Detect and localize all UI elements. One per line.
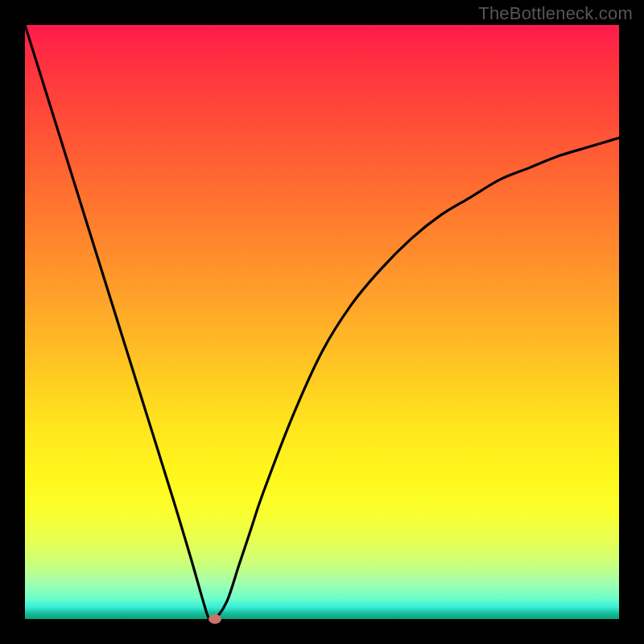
chart-container: TheBottleneck.com: [0, 0, 644, 644]
curve-svg: [25, 25, 619, 619]
bottleneck-curve: [25, 25, 619, 619]
plot-area: [25, 25, 619, 619]
optimum-marker: [208, 614, 221, 624]
watermark-text: TheBottleneck.com: [478, 3, 633, 24]
